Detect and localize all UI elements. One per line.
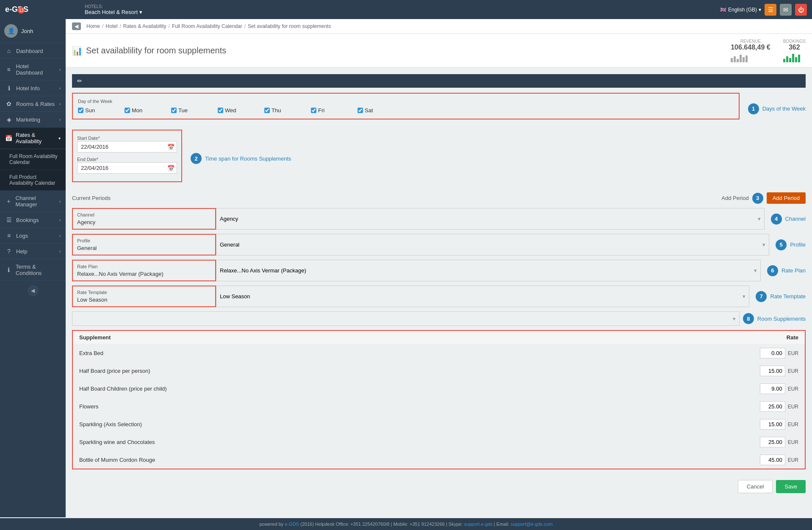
sidebar-item-terms[interactable]: ℹ Terms & Conditions xyxy=(0,259,66,281)
hotel-label: HOTELS: xyxy=(85,4,142,9)
start-date-input[interactable] xyxy=(77,141,177,153)
sidebar-item-rates-availability[interactable]: 📅 Rates & Availability ▾ xyxy=(0,128,66,149)
checkbox-thu[interactable] xyxy=(264,108,270,113)
home-icon: ⌂ xyxy=(5,47,13,54)
edit-icon: ✏ xyxy=(77,78,82,84)
step1-label: Days of the Week xyxy=(762,105,806,112)
revenue-chart xyxy=(731,52,770,62)
checkbox-sat[interactable] xyxy=(358,108,363,113)
sidebar-item-full-room[interactable]: Full Room Availability Calendar xyxy=(0,149,66,170)
sidebar-item-help[interactable]: ? Help ‹ xyxy=(0,244,66,259)
rate-plan-select[interactable]: Relaxe...No Axis Vermar (Package) xyxy=(220,267,757,274)
checkbox-fri[interactable] xyxy=(311,108,316,113)
rate-input-1[interactable] xyxy=(760,348,785,358)
day-thu: Thu xyxy=(264,107,311,114)
day-fri: Fri xyxy=(311,107,358,114)
mail-icon-btn[interactable]: ✉ xyxy=(780,4,792,16)
breadcrumb-current: Set availability for room supplements xyxy=(248,23,331,29)
sidebar-item-hotel-dashboard[interactable]: ≡ Hotel Dashboard ‹ xyxy=(0,59,66,80)
dates-row-container: Start Date* 📅 End Date* 📅 2 Time span xyxy=(72,130,806,187)
bookings-icon: ☰ xyxy=(5,216,13,223)
calendar-icon-start: 📅 xyxy=(167,144,175,150)
back-button[interactable]: ◀ xyxy=(72,22,81,30)
add-period-text: Add Period xyxy=(721,195,748,201)
breadcrumb-hotel[interactable]: Hotel xyxy=(105,23,117,29)
brand-area: e-GDS 13 xyxy=(5,5,64,14)
menu-icon-btn[interactable]: ☰ xyxy=(765,4,776,16)
step7-badge: 7 xyxy=(756,291,767,302)
edit-bar: ✏ xyxy=(72,74,806,88)
start-date-label: Start Date* xyxy=(77,136,100,141)
dates-section: Start Date* 📅 End Date* 📅 xyxy=(72,130,182,182)
sidebar-item-logs[interactable]: ≡ Logs ‹ xyxy=(0,228,66,244)
step5-label: Profile xyxy=(790,241,806,248)
chart-icon: 📊 xyxy=(72,46,83,56)
sidebar-collapse-btn[interactable]: ◀ xyxy=(28,285,39,296)
language-selector[interactable]: 🇬🇧 English (GB) ▾ xyxy=(720,7,761,13)
cancel-button[interactable]: Cancel xyxy=(738,480,773,493)
save-button[interactable]: Save xyxy=(776,480,806,493)
rate-plan-select-wrap: Relaxe...No Axis Vermar (Package) ▾ xyxy=(216,260,761,281)
sidebar-item-hotel-info[interactable]: ℹ Hotel Info ‹ xyxy=(0,80,66,96)
terms-icon: ℹ xyxy=(5,266,12,273)
breadcrumb-rates[interactable]: Rates & Availability xyxy=(123,23,166,29)
supplement-rate-1: EUR xyxy=(735,348,798,358)
rate-input-2[interactable] xyxy=(760,366,785,376)
supplement-rate-3: EUR xyxy=(735,383,798,394)
days-checkboxes: Sun Mon Tue Wed xyxy=(78,107,734,114)
supplement-row-3: Half Board Children (price per child) EU… xyxy=(73,380,805,397)
step6-label: Rate Plan xyxy=(782,267,806,274)
checkbox-tue[interactable] xyxy=(171,108,177,113)
rate-input-5[interactable] xyxy=(760,419,785,430)
step4-badge: 4 xyxy=(771,214,782,225)
brand-logo: e-GDS xyxy=(5,5,64,14)
room-supplements-select[interactable] xyxy=(76,316,736,322)
rate-plan-box: Rate Plan Relaxe...No Axis Vermar (Packa… xyxy=(72,260,216,281)
sidebar-item-marketing[interactable]: ◈ Marketing ‹ xyxy=(0,112,66,128)
power-icon-btn[interactable]: ⏻ xyxy=(795,4,807,16)
rate-input-3[interactable] xyxy=(760,383,785,394)
rate-input-4[interactable] xyxy=(760,401,785,412)
checkbox-mon[interactable] xyxy=(125,108,130,113)
supplement-name-5: Sparkling (Axis Selection) xyxy=(79,421,735,427)
logs-icon: ≡ xyxy=(5,232,13,239)
profile-select[interactable]: General xyxy=(220,241,765,248)
breadcrumb-full-room[interactable]: Full Room Availability Calendar xyxy=(172,23,242,29)
supplement-rate-4: EUR xyxy=(735,401,798,412)
profile-row: Profile General General ▾ 5 Profile xyxy=(72,234,806,255)
marketing-icon: ◈ xyxy=(5,116,13,123)
profile-value: General xyxy=(77,245,211,251)
checkbox-wed[interactable] xyxy=(218,108,223,113)
grid-icon: ≡ xyxy=(5,66,12,73)
breadcrumb-home[interactable]: Home xyxy=(86,23,100,29)
rate-template-select[interactable]: Low Season xyxy=(220,293,745,300)
add-period-button[interactable]: Add Period xyxy=(767,192,806,204)
end-date-input[interactable] xyxy=(77,162,177,174)
form-actions: Cancel Save xyxy=(72,476,806,497)
end-date-field: End Date* 📅 xyxy=(77,156,177,174)
supplement-rate-5: EUR xyxy=(735,419,798,430)
sidebar-item-channel-manager[interactable]: + Channel Manager ‹ xyxy=(0,191,66,212)
rate-template-box: Rate Template Low Season xyxy=(72,286,216,307)
step4-label: Channel xyxy=(785,216,806,222)
rate-input-6[interactable] xyxy=(760,437,785,447)
rate-input-7[interactable] xyxy=(760,455,785,465)
help-icon: ? xyxy=(5,248,13,255)
sidebar-item-bookings[interactable]: ☰ Bookings ‹ xyxy=(0,212,66,228)
step4-badge-container: 4 Channel xyxy=(765,208,806,230)
checkbox-sun[interactable] xyxy=(78,108,83,113)
channel-icon: + xyxy=(5,198,12,205)
supplement-header: Supplement Rate xyxy=(73,331,805,344)
sidebar-item-full-product[interactable]: Full Product Availability Calendar xyxy=(0,170,66,191)
sidebar-item-dashboard[interactable]: ⌂ Dashboard xyxy=(0,43,66,59)
periods-label: Current Periods xyxy=(72,195,111,201)
currency-3: EUR xyxy=(788,386,798,392)
step8-badge-container: 8 Room Supplements xyxy=(743,313,806,324)
step3-badge: 3 xyxy=(752,193,763,204)
sidebar-item-rooms-rates[interactable]: ✿ Rooms & Rates ‹ xyxy=(0,96,66,112)
start-date-field: Start Date* 📅 xyxy=(77,135,177,153)
channel-select[interactable]: Agency xyxy=(220,216,761,222)
col-supplement: Supplement xyxy=(79,334,735,341)
bookings-chart xyxy=(783,52,806,62)
supplement-row-5: Sparkling (Axis Selection) EUR xyxy=(73,415,805,433)
